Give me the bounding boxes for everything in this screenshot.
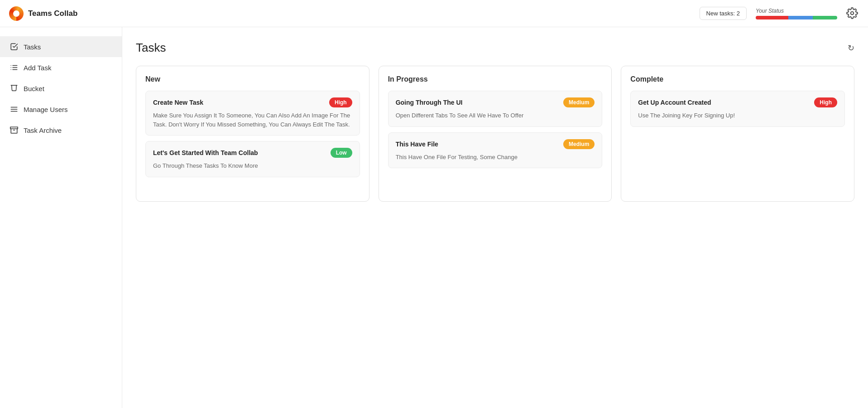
task-card-title: Get Up Account Created [638,99,810,106]
manage-users-icon [10,105,18,113]
task-card-title: Going Through The UI [396,99,559,106]
task-card-header: Let's Get Started With Team Collab Low [153,148,352,158]
kanban-column-in-progress: In Progress Going Through The UI Medium … [379,66,612,202]
task-card[interactable]: Let's Get Started With Team Collab Low G… [145,141,360,177]
status-bar-blue [788,16,813,19]
task-card-title: Create New Task [153,99,325,106]
priority-badge: High [329,97,352,107]
sidebar-item-manage-users[interactable]: Manage Users [0,99,122,120]
app-title: Teams Collab [28,9,77,18]
sidebar-item-manage-users-label: Manage Users [24,106,68,113]
bucket-icon [10,84,18,92]
settings-icon[interactable] [846,7,859,20]
task-card-desc: This Have One File For Testing, Some Cha… [396,153,595,162]
task-archive-icon [10,126,18,134]
sidebar-item-bucket[interactable]: Bucket [0,78,122,99]
priority-badge: Low [331,148,352,158]
task-card[interactable]: This Have File Medium This Have One File… [388,132,603,169]
kanban-column-complete: Complete Get Up Account Created High Use… [621,66,854,202]
priority-badge: High [814,97,837,107]
logo-inner [13,10,19,17]
sidebar-item-tasks-label: Tasks [24,43,41,51]
task-card-header: Create New Task High [153,97,352,107]
status-bar [756,16,837,19]
page-header: Tasks ↻ [136,41,854,55]
new-tasks-badge: New tasks: 2 [700,7,747,20]
task-card-header: This Have File Medium [396,139,595,149]
sidebar-item-tasks[interactable]: Tasks [0,36,122,57]
svg-rect-10 [10,127,18,129]
task-card[interactable]: Going Through The UI Medium Open Differe… [388,91,603,127]
main-content: Tasks ↻ New Create New Task High Make Su… [122,27,868,408]
add-task-icon [10,63,18,72]
kanban-board: New Create New Task High Make Sure You A… [136,66,854,202]
sidebar-item-task-archive-label: Task Archive [24,126,62,134]
task-card-header: Going Through The UI Medium [396,97,595,107]
task-card-desc: Open Different Tabs To See All We Have T… [396,111,595,120]
task-card-title: Let's Get Started With Team Collab [153,149,326,156]
refresh-icon[interactable]: ↻ [848,43,854,53]
task-card-desc: Make Sure You Assign It To Someone, You … [153,111,352,129]
header-left: Teams Collab [9,6,77,21]
header: Teams Collab New tasks: 2 Your Status [0,0,868,27]
task-card-title: This Have File [396,141,559,148]
layout: Tasks Add Task Bucket [0,27,868,408]
column-title-new: New [145,75,360,83]
status-label: Your Status [756,8,784,14]
sidebar: Tasks Add Task Bucket [0,27,122,408]
priority-badge: Medium [563,97,595,107]
app-logo [9,6,24,21]
header-right: New tasks: 2 Your Status [700,7,859,20]
tasks-icon [10,43,18,51]
task-card-desc: Use The Joining Key For Signing Up! [638,111,837,120]
sidebar-item-add-task-label: Add Task [24,64,51,72]
priority-badge: Medium [563,139,595,149]
svg-point-0 [851,11,854,15]
column-title-in-progress: In Progress [388,75,603,83]
kanban-column-new: New Create New Task High Make Sure You A… [136,66,369,202]
task-card[interactable]: Create New Task High Make Sure You Assig… [145,91,360,136]
task-card[interactable]: Get Up Account Created High Use The Join… [630,91,845,127]
task-card-desc: Go Through These Tasks To Know More [153,161,352,170]
status-bar-green [813,16,837,19]
sidebar-item-task-archive[interactable]: Task Archive [0,120,122,141]
status-bar-red [756,16,788,19]
sidebar-item-add-task[interactable]: Add Task [0,57,122,78]
task-card-header: Get Up Account Created High [638,97,837,107]
sidebar-item-bucket-label: Bucket [24,85,44,92]
column-title-complete: Complete [630,75,845,83]
page-title: Tasks [136,41,166,55]
status-section: Your Status [756,8,837,19]
